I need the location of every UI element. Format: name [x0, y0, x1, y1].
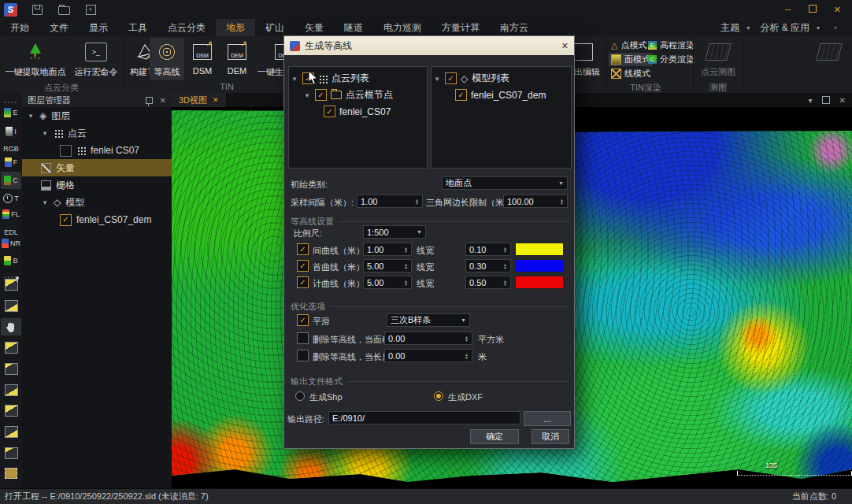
menu-item-pointcloud-classify[interactable]: 点云分类 — [157, 19, 216, 37]
menu-item-mining[interactable]: 矿山 — [255, 19, 294, 37]
index-curve-input[interactable]: 5.00 — [363, 276, 412, 289]
elevation-render-button[interactable]: E 高程渲染 — [646, 39, 697, 52]
select-region-tool[interactable] — [1, 465, 21, 482]
tab-close-icon[interactable]: ✕ — [213, 96, 219, 104]
close-button[interactable]: ✕ — [834, 5, 841, 15]
spinner-icon[interactable] — [465, 335, 469, 342]
menu-item-file[interactable]: 文件 — [39, 19, 79, 37]
save-button[interactable] — [30, 3, 44, 16]
pan-tool[interactable] — [1, 318, 21, 335]
tab-3d-view[interactable]: 3D视图 ✕ — [172, 93, 226, 107]
tree-node-model-list[interactable]: ▾ ✓ ◇ 模型列表 — [433, 70, 569, 87]
browse-button[interactable]: ... — [524, 411, 571, 426]
float-panel-icon[interactable] — [822, 96, 830, 104]
menu-item-terrain[interactable]: 地形 — [216, 19, 255, 37]
sample-interval-input[interactable]: 1.00 — [357, 195, 423, 208]
spinner-icon[interactable] — [560, 198, 564, 205]
init-class-dropdown[interactable]: 地面点▼ — [442, 176, 568, 190]
scale-dropdown[interactable]: 1:500▼ — [363, 225, 426, 239]
tree-node-fenlei-cs07-dem[interactable]: ✓ fenlei_CS07_dem — [433, 87, 569, 103]
menu-item-tunnel[interactable]: 隧道 — [334, 19, 373, 37]
time-render-mode-button[interactable]: T — [1, 190, 21, 207]
fenlei-cs07-checkbox[interactable]: ✓ — [324, 106, 335, 117]
menu-item-vector[interactable]: 矢量 — [294, 19, 334, 37]
primary-width-input[interactable]: 0.30 — [465, 259, 511, 272]
dialog-titlebar[interactable]: 生成等高线 ✕ — [284, 36, 574, 55]
nr-render-mode-button[interactable]: NR — [1, 235, 21, 252]
spinner-icon[interactable] — [503, 246, 507, 253]
classification-render-mode-button[interactable]: C — [1, 172, 21, 189]
restore-button[interactable] — [809, 5, 817, 14]
tree-node-layers[interactable]: ▾ ◈ 图层 — [22, 107, 172, 124]
run-macro-button[interactable]: 运行宏命令 — [71, 38, 121, 80]
menu-item-home[interactable]: 开始 — [0, 19, 39, 37]
tree-node-vector[interactable]: 矢量 — [22, 159, 172, 176]
tree-node-pointcloud[interactable]: ▾ 点云 — [22, 124, 172, 142]
fl-render-mode-button[interactable]: FL — [1, 206, 21, 223]
caret-icon[interactable]: ▾ — [291, 75, 298, 83]
pointcloud-root-checkbox[interactable]: ✓ — [315, 89, 327, 101]
dxf-radio[interactable] — [434, 391, 443, 401]
spinner-icon[interactable] — [503, 280, 507, 286]
cube-pin-tool[interactable] — [1, 276, 21, 293]
index-width-input[interactable]: 0.50 — [465, 276, 511, 289]
menu-item-display[interactable]: 显示 — [79, 19, 118, 37]
b-render-mode-button[interactable]: B — [1, 252, 21, 269]
intermediate-width-input[interactable]: 0.10 — [465, 243, 511, 256]
delete-by-area-input[interactable]: 0.00 — [384, 332, 472, 345]
collapse-ribbon-icon[interactable]: ˄ — [832, 24, 839, 32]
intermediate-curve-input[interactable]: 1.00 — [363, 243, 412, 256]
clip-box-tool-6[interactable] — [1, 444, 21, 461]
new-project-button[interactable]: + — [83, 3, 98, 16]
extract-ground-button[interactable]: 一键提取地面点 — [2, 38, 69, 80]
layer-checkbox-unchecked[interactable] — [60, 145, 72, 157]
caret-icon[interactable]: ▾ — [433, 75, 441, 83]
model-item-checkbox[interactable]: ✓ — [455, 89, 467, 101]
clip-box-tool-4[interactable] — [1, 402, 21, 419]
tree-node-fenlei-cs07[interactable]: fenlei CS07 — [22, 142, 172, 159]
f-render-mode-button[interactable]: F — [1, 154, 21, 171]
tree-node-pointcloud-root[interactable]: ▾ ✓ 点云根节点 — [291, 87, 425, 103]
elevation-render-mode-button[interactable]: E — [1, 104, 21, 121]
shp-radio[interactable] — [295, 391, 305, 401]
open-project-button[interactable] — [57, 3, 71, 16]
clip-box-tool-1[interactable] — [1, 339, 21, 356]
smooth-method-dropdown[interactable]: 三次B样条▼ — [387, 313, 470, 327]
tree-node-model[interactable]: ▾ ◇ 模型 — [22, 194, 172, 211]
caret-icon[interactable]: ▾ — [41, 198, 49, 206]
intensity-render-mode-button[interactable]: I — [1, 123, 21, 140]
cube-dice-tool[interactable] — [1, 297, 21, 314]
clip-box-tool-5[interactable] — [1, 423, 21, 440]
spinner-icon[interactable] — [404, 263, 408, 269]
menu-item-tools[interactable]: 工具 — [118, 19, 157, 37]
tree-node-fenlei-cs07-dem[interactable]: ✓ fenlei_CS07_dem — [22, 211, 172, 228]
theme-menu[interactable]: 主题 — [720, 21, 739, 35]
menu-item-powerline[interactable]: 电力巡测 — [373, 19, 432, 37]
spinner-icon[interactable] — [503, 263, 507, 269]
tab-list-dropdown-icon[interactable]: ▾ — [809, 96, 813, 105]
tree-node-raster[interactable]: 栅格 — [22, 176, 172, 194]
output-path-input[interactable]: E:/0910/ — [328, 411, 520, 424]
clip-box-tool-3[interactable] — [1, 381, 21, 398]
tree-node-fenlei-cs07[interactable]: ✓ fenlei_CS07 — [291, 103, 425, 120]
dsm-button[interactable]: DSM DSM — [186, 38, 219, 80]
index-curve-checkbox[interactable]: ✓ — [297, 276, 309, 288]
primary-color-swatch[interactable] — [515, 259, 564, 272]
primary-curve-input[interactable]: 5.00 — [363, 259, 412, 272]
caret-icon[interactable]: ▾ — [27, 112, 35, 120]
tri-edge-limit-input[interactable]: 100.00 — [503, 195, 568, 208]
mapping-extra-button[interactable] — [811, 38, 847, 80]
caret-icon[interactable]: ▾ — [41, 129, 49, 137]
smooth-checkbox[interactable]: ✓ — [297, 314, 309, 326]
dem-button[interactable]: DEM DEM — [220, 38, 254, 80]
ok-button[interactable]: 确定 — [470, 429, 519, 444]
delete-by-length-checkbox[interactable] — [297, 350, 309, 361]
primary-curve-checkbox[interactable]: ✓ — [297, 260, 309, 272]
intermediate-color-swatch[interactable] — [515, 243, 564, 256]
model-list-checkbox[interactable]: ✓ — [445, 72, 457, 84]
point-mode-button[interactable]: △ 点模式 — [609, 39, 649, 52]
pointcloud-mapping-button[interactable]: 点云测图 — [696, 38, 740, 80]
menu-item-southcloud[interactable]: 南方云 — [490, 19, 539, 37]
spinner-icon[interactable] — [404, 280, 408, 286]
class-render-button[interactable]: C 分类渲染 — [646, 53, 697, 66]
